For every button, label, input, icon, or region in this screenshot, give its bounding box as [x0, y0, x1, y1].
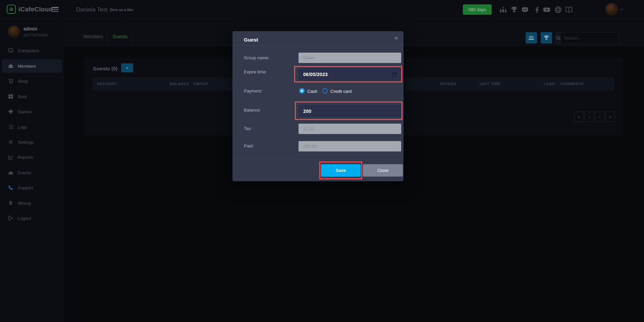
column-header-lefttime: LEFT TIME [480, 82, 500, 86]
column-header-group: GROUP [194, 82, 208, 86]
globe-icon[interactable] [554, 6, 562, 14]
balance-input[interactable]: 200 [299, 105, 401, 117]
computers-icon [8, 48, 13, 53]
modal-title: Guest [244, 37, 258, 43]
logout-icon [8, 215, 13, 221]
gear-icon [8, 139, 13, 145]
boot-windows-icon [8, 94, 13, 99]
sidebar-item-label: Settings [18, 140, 34, 145]
hamburger-menu-icon[interactable] [52, 7, 59, 12]
header-divider [64, 0, 64, 19]
members-view-button[interactable] [526, 32, 537, 44]
sidebar-item-label: Games [18, 109, 32, 114]
sidebar-item-members[interactable]: Members [2, 59, 62, 73]
ranking-icon[interactable] [499, 6, 507, 14]
pagination-prev-button[interactable]: ‹ [585, 112, 594, 122]
save-button[interactable]: Save [321, 164, 361, 177]
page-title: Daniela Test [76, 6, 107, 13]
brand-logo-icon: i2 [7, 5, 16, 14]
user-avatar[interactable] [605, 3, 618, 16]
sidebar-item-games[interactable]: Games [2, 105, 62, 118]
close-icon[interactable]: × [394, 35, 398, 42]
sidebar: admin 097778704381 Computers Members Sho… [0, 19, 64, 322]
sidebar-item-label: Events [18, 170, 31, 175]
expire-time-input[interactable]: 06/05/2023 [299, 68, 401, 80]
sidebar-item-boot[interactable]: Boot [2, 90, 62, 103]
pagination: « ‹ › » [574, 112, 615, 122]
sidebar-avatar [8, 25, 20, 38]
search-icon[interactable] [556, 33, 561, 44]
modal-footer-divider [232, 159, 404, 159]
sidebar-item-label: Support [18, 185, 33, 190]
close-button[interactable]: Close [363, 164, 403, 177]
tab-separator [131, 33, 132, 45]
guest-modal: Guest × Group name: Expire time: 06/05/2… [232, 31, 404, 181]
ranking-view-button[interactable] [541, 32, 552, 44]
paid-label: Paid: [244, 143, 254, 148]
sidebar-item-mining[interactable]: Mining [2, 196, 62, 210]
sidebar-item-label: Members [18, 64, 36, 69]
sidebar-item-label: Reports [18, 155, 33, 160]
trophy-icon[interactable] [510, 6, 518, 14]
sidebar-phone: 097778704381 [23, 33, 48, 37]
sidebar-item-logout[interactable]: Logout [2, 211, 62, 225]
column-header-balance: BALANCE [170, 82, 189, 86]
search-box [555, 32, 619, 44]
tab-guests[interactable]: Guests [113, 34, 127, 39]
youtube-icon[interactable] [543, 6, 551, 14]
add-guest-button[interactable]: + [121, 63, 133, 72]
paid-input [299, 141, 401, 151]
sidebar-item-label: Mining [18, 201, 31, 206]
pagination-next-button[interactable]: › [595, 112, 604, 122]
radio-credit-card[interactable] [322, 88, 328, 93]
brand-name: iCafeCloud [18, 6, 53, 13]
sidebar-item-computers[interactable]: Computers [2, 44, 62, 57]
tax-label: Tax: [244, 126, 252, 131]
guide-book-icon[interactable] [565, 6, 573, 14]
facebook-icon[interactable] [533, 6, 541, 14]
sidebar-item-shop[interactable]: Shop [2, 74, 62, 88]
radio-cash-label[interactable]: Cash [307, 89, 317, 94]
shop-cart-icon [8, 78, 13, 84]
calendar-icon[interactable] [392, 72, 397, 77]
sidebar-item-label: Shop [18, 79, 28, 84]
balance-label: Balance: [244, 108, 261, 113]
sidebar-username: admin [23, 26, 37, 31]
column-header-account: ACCOUNT [97, 82, 117, 86]
sidebar-item-reports[interactable]: Reports [2, 150, 62, 164]
sidebar-item-logs[interactable]: Logs [2, 120, 62, 134]
members-icon [8, 63, 13, 69]
tax-input [299, 124, 401, 134]
tab-members[interactable]: Members [84, 34, 103, 39]
license-days-badge[interactable]: 580 days [463, 4, 492, 15]
support-phone-icon [8, 185, 13, 190]
expire-time-label: Expire time: [244, 69, 267, 74]
pagination-first-button[interactable]: « [574, 112, 584, 122]
mining-bitcoin-icon [8, 200, 13, 206]
sidebar-item-label: Logs [18, 125, 27, 130]
tab-separator [107, 33, 108, 45]
column-header-comments: COMMENTS [560, 82, 584, 86]
radio-credit-card-label[interactable]: Credit card [330, 89, 352, 94]
payment-label: Payment: [244, 88, 262, 93]
games-icon [8, 109, 13, 114]
column-header-offers: OFFERS [440, 82, 456, 86]
sidebar-item-label: Boot [18, 94, 27, 99]
guests-section-title: Guests (0) [93, 66, 117, 71]
search-input[interactable] [561, 36, 623, 41]
radio-cash[interactable] [299, 88, 305, 93]
group-name-label: Group name: [244, 55, 269, 60]
sidebar-item-label: Logout [18, 216, 31, 221]
group-name-input [299, 53, 401, 63]
reports-chart-icon [8, 154, 13, 160]
discord-icon[interactable] [521, 6, 529, 14]
sidebar-item-support[interactable]: Support [2, 181, 62, 194]
modal-divider [232, 46, 404, 46]
sidebar-item-events[interactable]: Events [2, 166, 62, 179]
column-header-loan: LOAN [544, 82, 555, 86]
top-header: i2 iCafeCloud Daniela Test Give us a lik… [0, 0, 644, 19]
pagination-last-button[interactable]: » [605, 112, 615, 122]
give-us-a-like-link[interactable]: Give us a like [110, 8, 133, 12]
sidebar-item-settings[interactable]: Settings [2, 135, 62, 149]
chevron-down-icon[interactable] [620, 8, 623, 10]
